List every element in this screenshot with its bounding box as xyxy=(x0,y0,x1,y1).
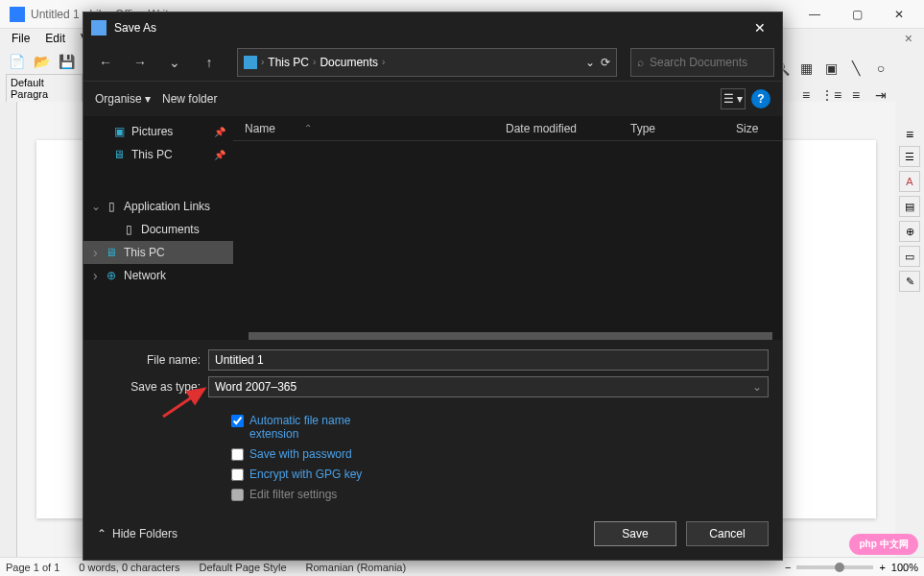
file-list-header: Name ⌃ Date modified Type Size xyxy=(233,116,782,141)
minimize-button[interactable]: — xyxy=(794,1,836,28)
chevron-up-icon: ⌃ xyxy=(97,527,107,540)
dialog-close-button[interactable]: ✕ xyxy=(746,13,774,42)
document-icon xyxy=(10,7,25,22)
sidebar-panel: ≡ ☰ A ▤ ⊕ ▭ ✎ xyxy=(897,127,922,292)
pin-icon[interactable]: 📌 xyxy=(214,150,225,160)
search-box[interactable]: ⌕ xyxy=(630,48,774,77)
save-icon[interactable]: 💾 xyxy=(56,51,77,72)
chevron-down-icon: ⌄ xyxy=(752,380,762,394)
gallery-icon[interactable]: ▤ xyxy=(899,196,920,217)
sidebar-item-label: Application Links xyxy=(124,200,210,213)
image-icon[interactable]: ▣ xyxy=(820,58,841,79)
savetype-label: Save as type: xyxy=(97,380,208,394)
file-list: Name ⌃ Date modified Type Size xyxy=(233,116,782,340)
breadcrumb-this-pc[interactable]: This PC xyxy=(268,56,309,69)
cancel-button[interactable]: Cancel xyxy=(686,521,769,546)
menu-file[interactable]: File xyxy=(6,30,36,47)
encrypt-gpg-label[interactable]: Encrypt with GPG key xyxy=(249,468,362,481)
auto-extension-checkbox[interactable] xyxy=(231,415,244,427)
php-watermark: php 中文网 xyxy=(849,534,918,555)
auto-extension-label[interactable]: Automatic file name extension xyxy=(249,414,403,441)
open-icon[interactable]: 📂 xyxy=(31,51,52,72)
zoom-level[interactable]: 100% xyxy=(891,562,918,573)
view-mode-button[interactable]: ☰ ▾ xyxy=(721,88,746,109)
status-language[interactable]: Romanian (Romania) xyxy=(306,562,407,573)
edit-filter-checkbox xyxy=(231,489,244,501)
navigator-icon[interactable]: ⊕ xyxy=(899,221,920,242)
properties-icon[interactable]: ☰ xyxy=(899,146,920,167)
network-icon: ⊕ xyxy=(105,269,118,282)
zoom-controls: − + 100% xyxy=(785,562,918,573)
dialog-form: File name: Save as type: Word 2007–365 ⌄… xyxy=(83,340,782,512)
nav-back-button[interactable]: ← xyxy=(91,48,120,77)
new-icon[interactable]: 📄 xyxy=(6,51,27,72)
styles-icon[interactable]: A xyxy=(899,171,920,192)
zoom-out-button[interactable]: − xyxy=(785,562,791,573)
breadcrumb[interactable]: › This PC › Documents › ⌄ ⟳ xyxy=(237,48,617,77)
shape-icon[interactable]: ○ xyxy=(870,58,891,79)
help-button[interactable]: ? xyxy=(751,89,770,108)
secondary-close-button[interactable]: × xyxy=(899,29,918,48)
table-icon[interactable]: ▦ xyxy=(795,58,817,79)
save-options: Automatic file name extension Save with … xyxy=(231,403,769,512)
encrypt-gpg-checkbox[interactable] xyxy=(231,468,244,481)
save-as-dialog: Save As ✕ ← → ⌄ ↑ › This PC › Documents … xyxy=(83,12,783,561)
file-list-body[interactable] xyxy=(233,141,782,340)
sidebar-item-network[interactable]: ⊕ Network xyxy=(83,264,233,287)
column-size[interactable]: Size xyxy=(724,122,782,135)
refresh-button[interactable]: ⟳ xyxy=(601,56,610,69)
breadcrumb-dropdown-icon[interactable]: ⌄ xyxy=(585,56,595,69)
page-icon[interactable]: ▭ xyxy=(899,246,920,267)
sidebar-menu-icon[interactable]: ≡ xyxy=(906,127,913,142)
zoom-in-button[interactable]: + xyxy=(879,562,885,573)
save-password-checkbox[interactable] xyxy=(231,448,244,461)
new-folder-button[interactable]: New folder xyxy=(162,92,217,106)
filename-input[interactable] xyxy=(208,349,769,371)
sidebar-item-label: Pictures xyxy=(131,125,173,138)
horizontal-scrollbar[interactable] xyxy=(249,332,772,340)
documents-icon: ▯ xyxy=(122,223,135,236)
dialog-icon xyxy=(91,20,107,36)
edit-filter-label: Edit filter settings xyxy=(249,488,337,501)
paragraph-style-dropdown[interactable]: Default Paragra xyxy=(6,74,83,103)
organise-dropdown[interactable]: Organise ▾ xyxy=(95,92,151,106)
sidebar-item-this-pc-recent[interactable]: 🖥 This PC 📌 xyxy=(83,143,233,166)
dialog-titlebar: Save As ✕ xyxy=(83,12,782,43)
save-password-label[interactable]: Save with password xyxy=(249,447,352,461)
sidebar-item-pictures[interactable]: ▣ Pictures 📌 xyxy=(83,120,233,143)
breadcrumb-documents[interactable]: Documents xyxy=(320,56,378,69)
sidebar-item-application-links[interactable]: ▯ Application Links xyxy=(83,195,233,218)
hide-folders-button[interactable]: ⌃ Hide Folders xyxy=(97,527,178,540)
column-date[interactable]: Date modified xyxy=(494,122,619,135)
nav-up-button[interactable]: ↑ xyxy=(195,48,224,77)
pc-icon: 🖥 xyxy=(105,246,118,259)
inspector-icon[interactable]: ✎ xyxy=(899,271,920,292)
status-style[interactable]: Default Page Style xyxy=(199,562,286,573)
pin-icon[interactable]: 📌 xyxy=(214,127,225,137)
breadcrumb-pc-icon xyxy=(244,56,257,69)
sidebar-item-label: Network xyxy=(124,269,166,282)
chevron-right-icon: › xyxy=(313,57,316,67)
close-button[interactable]: ✕ xyxy=(878,1,920,28)
savetype-dropdown[interactable]: Word 2007–365 ⌄ xyxy=(208,376,769,397)
sidebar-item-label: Documents xyxy=(141,223,200,236)
sidebar-item-this-pc[interactable]: 🖥 This PC xyxy=(83,241,233,264)
nav-recent-button[interactable]: ⌄ xyxy=(160,48,189,77)
save-button[interactable]: Save xyxy=(594,521,676,546)
dialog-footer: ⌃ Hide Folders Save Cancel xyxy=(83,512,782,560)
chevron-right-icon: › xyxy=(261,57,264,67)
line-icon[interactable]: ╲ xyxy=(845,58,866,79)
search-input[interactable] xyxy=(650,56,794,69)
column-type[interactable]: Type xyxy=(619,122,724,135)
nav-forward-button[interactable]: → xyxy=(126,48,154,77)
zoom-slider[interactable] xyxy=(796,565,873,569)
maximize-button[interactable]: ▢ xyxy=(836,1,878,28)
pc-icon: 🖥 xyxy=(112,148,126,161)
dialog-toolbar: Organise ▾ New folder ☰ ▾ ? xyxy=(83,82,782,116)
column-name[interactable]: Name ⌃ xyxy=(233,122,494,135)
status-words[interactable]: 0 words, 0 characters xyxy=(79,562,179,573)
status-page[interactable]: Page 1 of 1 xyxy=(6,562,59,573)
savetype-value: Word 2007–365 xyxy=(215,380,296,394)
sidebar-item-documents[interactable]: ▯ Documents xyxy=(83,218,233,241)
menu-edit[interactable]: Edit xyxy=(39,30,71,47)
